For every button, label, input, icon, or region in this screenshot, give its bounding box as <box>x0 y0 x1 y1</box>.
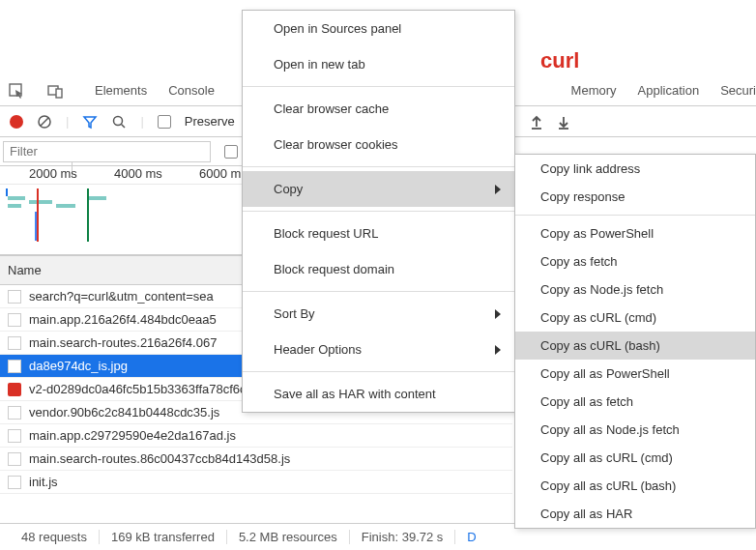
request-name: init.js <box>29 475 58 489</box>
menu-item[interactable]: Save all as HAR with content <box>243 376 514 412</box>
submenu-label: Copy all as cURL (bash) <box>540 478 676 493</box>
submenu-label: Copy as PowerShell <box>540 226 654 241</box>
file-icon <box>8 452 21 466</box>
submenu-item[interactable]: Copy as Node.js fetch <box>515 275 755 304</box>
tab-elements[interactable]: Elements <box>95 75 147 105</box>
submenu-arrow-icon <box>495 185 501 194</box>
status-resources: 5.2 MB resources <box>227 530 350 544</box>
tab-memory[interactable]: Memory <box>571 75 617 105</box>
submenu-arrow-icon <box>495 309 501 319</box>
submenu-label: Copy all as Node.js fetch <box>540 422 680 437</box>
submenu-item[interactable]: Copy link address <box>515 155 755 183</box>
request-row[interactable]: main.app.c29729590e4e2da167ad.js <box>0 424 512 448</box>
status-transferred: 169 kB transferred <box>100 530 227 544</box>
submenu-label: Copy response <box>540 189 625 204</box>
download-icon[interactable] <box>556 114 571 132</box>
submenu-item[interactable]: Copy all as fetch <box>515 388 755 416</box>
file-icon <box>8 290 21 304</box>
submenu-item[interactable]: Copy all as Node.js fetch <box>515 416 755 444</box>
preserve-checkbox[interactable] <box>158 115 171 129</box>
svg-point-5 <box>114 116 123 125</box>
submenu-item[interactable]: Copy as cURL (cmd) <box>515 304 755 332</box>
device-toggle-icon[interactable] <box>46 82 64 100</box>
tab-application[interactable]: Application <box>638 75 700 105</box>
submenu-item[interactable]: Copy as cURL (bash) <box>515 332 755 360</box>
tick-label: 2000 ms <box>29 166 77 181</box>
submenu-item[interactable]: Copy as fetch <box>515 247 755 275</box>
context-menu: Open in Sources panelOpen in new tabClea… <box>242 10 515 413</box>
file-icon <box>8 406 21 420</box>
menu-label: Save all as HAR with content <box>274 387 436 401</box>
invert-checkbox[interactable] <box>224 145 238 159</box>
request-row[interactable]: init.js <box>0 471 512 494</box>
request-row[interactable]: main.search-routes.86c00437ccb84d143d58.… <box>0 448 512 471</box>
submenu-arrow-icon <box>495 345 501 355</box>
request-name: main.app.c29729590e4e2da167ad.js <box>29 428 236 443</box>
submenu-label: Copy all as fetch <box>540 394 633 409</box>
menu-label: Clear browser cache <box>274 101 389 116</box>
file-icon <box>8 429 21 443</box>
menu-label: Block request domain <box>274 262 394 276</box>
menu-item[interactable]: Header Options <box>243 332 514 367</box>
tick-label: 6000 m <box>199 166 241 181</box>
tab-console[interactable]: Console <box>168 75 215 105</box>
upload-icon[interactable] <box>529 114 544 132</box>
menu-label: Copy <box>274 182 303 196</box>
submenu-item[interactable]: Copy all as PowerShell <box>515 360 755 388</box>
svg-rect-2 <box>56 89 62 98</box>
svg-line-4 <box>41 118 48 126</box>
menu-item[interactable]: Clear browser cache <box>243 91 514 127</box>
request-name: main.search-routes.216a26f4.067 <box>29 335 217 350</box>
menu-label: Block request URL <box>274 226 378 241</box>
file-icon <box>8 476 21 489</box>
menu-item[interactable]: Sort By <box>243 296 514 332</box>
tab-security[interactable]: Securi <box>720 75 756 105</box>
menu-label: Sort By <box>274 306 315 321</box>
image-icon <box>8 383 21 396</box>
submenu-item[interactable]: Copy all as HAR <box>515 500 755 528</box>
tick-label: 4000 ms <box>114 166 162 181</box>
request-name: da8e974dc_is.jpg <box>29 359 128 373</box>
menu-label: Clear browser cookies <box>274 137 398 152</box>
submenu-label: Copy as fetch <box>540 254 618 269</box>
menu-label: Open in Sources panel <box>274 21 401 36</box>
filter-input[interactable] <box>3 141 211 162</box>
menu-item[interactable]: Clear browser cookies <box>243 127 514 162</box>
menu-item[interactable]: Block request URL <box>243 216 514 251</box>
menu-item[interactable]: Block request domain <box>243 251 514 287</box>
status-requests: 48 requests <box>10 530 100 544</box>
request-name: main.app.216a26f4.484bdc0eaa5 <box>29 312 217 327</box>
copy-submenu: Copy link addressCopy responseCopy as Po… <box>514 154 756 529</box>
submenu-label: Copy all as HAR <box>540 507 632 521</box>
record-button[interactable] <box>10 115 23 129</box>
file-icon <box>8 313 21 327</box>
search-icon[interactable] <box>111 114 127 130</box>
curl-heading: curl <box>540 48 579 73</box>
submenu-item[interactable]: Copy response <box>515 183 755 211</box>
submenu-label: Copy all as cURL (cmd) <box>540 450 673 465</box>
inspect-icon[interactable] <box>8 82 25 100</box>
menu-label: Open in new tab <box>274 57 365 72</box>
submenu-item[interactable]: Copy all as cURL (bash) <box>515 472 755 500</box>
request-name: v2-d0289dc0a46fc5b15b3363ffa78cf6c7.png <box>29 382 277 396</box>
request-name: main.search-routes.86c00437ccb84d143d58.… <box>29 451 290 466</box>
import-export-group <box>529 114 571 132</box>
submenu-label: Copy as cURL (bash) <box>540 338 660 353</box>
submenu-item[interactable]: Copy all as cURL (cmd) <box>515 444 755 472</box>
file-icon <box>8 360 21 373</box>
request-name: search?q=curl&utm_content=sea <box>29 289 214 304</box>
menu-item[interactable]: Copy <box>243 171 514 207</box>
preserve-label: Preserve <box>185 114 235 129</box>
menu-item[interactable]: Open in new tab <box>243 46 514 82</box>
submenu-item[interactable]: Copy as PowerShell <box>515 219 755 247</box>
clear-icon[interactable] <box>37 114 52 130</box>
file-icon <box>8 336 21 350</box>
request-name: vendor.90b6c2c841b0448cdc35.js <box>29 405 219 420</box>
submenu-label: Copy as cURL (cmd) <box>540 310 656 325</box>
svg-line-6 <box>122 124 126 128</box>
status-dom: D <box>455 530 487 544</box>
filter-icon[interactable] <box>82 114 98 130</box>
menu-label: Header Options <box>274 342 362 357</box>
status-finish: Finish: 39.72 s <box>350 530 456 544</box>
menu-item[interactable]: Open in Sources panel <box>243 11 514 46</box>
